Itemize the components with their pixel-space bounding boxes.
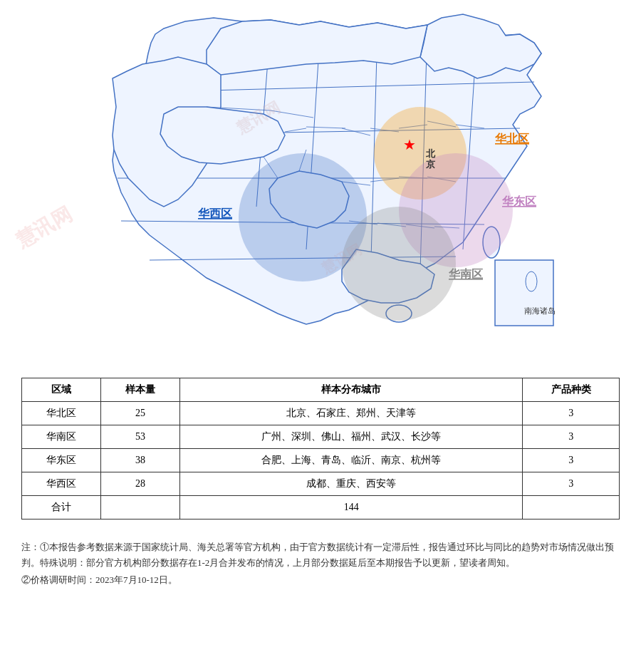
- col-header-sample: 样本量: [101, 378, 180, 402]
- note-2: ②价格调研时间：2023年7月10-12日。: [21, 574, 177, 585]
- svg-text:华北区: 华北区: [494, 133, 529, 145]
- cell-products-1: 3: [523, 425, 620, 449]
- cell-region-2: 华东区: [22, 449, 101, 472]
- cell-sample-0: 25: [101, 402, 180, 425]
- note-1: ①本报告参考数据来源于国家统计局、海关总署等官方机构，由于官方数据统计有一定滞后…: [21, 542, 614, 568]
- cell-products-0: 3: [523, 402, 620, 425]
- table-row: 华南区 53 广州、深圳、佛山、福州、武汉、长沙等 3: [22, 425, 620, 449]
- table-row: 华东区 38 合肥、上海、青岛、临沂、南京、杭州等 3: [22, 449, 620, 472]
- svg-text:北: 北: [425, 148, 436, 159]
- cell-products-3: 3: [523, 472, 620, 496]
- cell-cities-3: 成都、重庆、西安等: [180, 472, 523, 496]
- col-header-region: 区域: [22, 378, 101, 402]
- cell-cities-2: 合肥、上海、青岛、临沂、南京、杭州等: [180, 449, 523, 472]
- map-section: 慧讯网 慧讯网 慧讯网: [0, 0, 641, 371]
- china-map: ★ 北 京 华北区 华西区 华东区 华南区 南海诸岛: [21, 7, 620, 363]
- svg-text:南海诸岛: 南海诸岛: [524, 306, 556, 315]
- cell-products-2: 3: [523, 449, 620, 472]
- svg-text:华南区: 华南区: [448, 268, 483, 280]
- svg-text:★: ★: [403, 137, 416, 153]
- cell-total-sum: 144: [180, 496, 523, 519]
- cell-sample-3: 28: [101, 472, 180, 496]
- cell-total-empty: [101, 496, 180, 519]
- svg-text:华西区: 华西区: [197, 207, 232, 219]
- cell-region-0: 华北区: [22, 402, 101, 425]
- note-title-row: 注：①本报告参考数据来源于国家统计局、海关总署等官方机构，由于官方数据统计有一定…: [21, 539, 620, 571]
- svg-rect-43: [495, 260, 553, 326]
- table-section: 区域 样本量 样本分布城市 产品种类 华北区 25 北京、石家庄、郑州、天津等 …: [0, 371, 641, 534]
- page-container: 慧讯网 慧讯网 慧讯网: [0, 0, 641, 604]
- cell-region-3: 华西区: [22, 472, 101, 496]
- cell-sample-2: 38: [101, 449, 180, 472]
- table-row-total: 合计 144: [22, 496, 620, 519]
- note-2-row: ②价格调研时间：2023年7月10-12日。: [21, 572, 620, 588]
- table-row: 华北区 25 北京、石家庄、郑州、天津等 3: [22, 402, 620, 425]
- table-row: 华西区 28 成都、重庆、西安等 3: [22, 472, 620, 496]
- col-header-cities: 样本分布城市: [180, 378, 523, 402]
- cell-region-1: 华南区: [22, 425, 101, 449]
- cell-cities-0: 北京、石家庄、郑州、天津等: [180, 402, 523, 425]
- cell-sample-1: 53: [101, 425, 180, 449]
- data-table: 区域 样本量 样本分布城市 产品种类 华北区 25 北京、石家庄、郑州、天津等 …: [21, 378, 620, 519]
- svg-text:华东区: 华东区: [501, 195, 536, 207]
- svg-point-35: [342, 207, 456, 321]
- cell-total-label: 合计: [22, 496, 101, 519]
- col-header-products: 产品种类: [523, 378, 620, 402]
- cell-cities-1: 广州、深圳、佛山、福州、武汉、长沙等: [180, 425, 523, 449]
- notes-section: 注：①本报告参考数据来源于国家统计局、海关总署等官方机构，由于官方数据统计有一定…: [0, 534, 641, 604]
- svg-text:京: 京: [426, 159, 436, 170]
- note-title: 注：: [21, 542, 40, 552]
- cell-total-empty2: [523, 496, 620, 519]
